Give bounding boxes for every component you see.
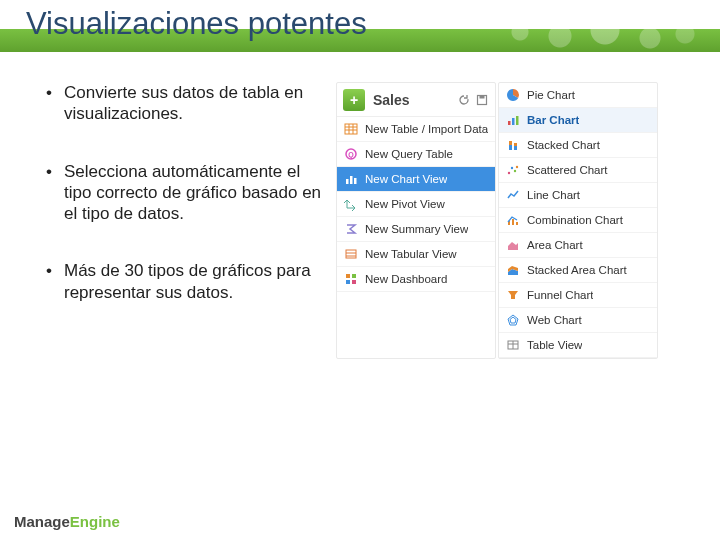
menu-item-new-pivot-view[interactable]: New Pivot View [337, 192, 495, 217]
svg-rect-1 [480, 95, 485, 98]
svg-rect-15 [346, 274, 350, 278]
chart-type-funnel-chart[interactable]: Funnel Chart [499, 283, 657, 308]
svg-rect-23 [509, 141, 512, 145]
bullet-dot: • [46, 260, 64, 303]
chart-type-label: Scattered Chart [527, 164, 608, 176]
menu-item-new-table-import-data[interactable]: New Table / Import Data [337, 117, 495, 142]
bullet-text: Convierte sus datos de tabla en visualiz… [64, 82, 328, 125]
web-chart-icon [505, 312, 521, 328]
query-icon: Q [343, 146, 359, 162]
menu-label: New Pivot View [365, 198, 445, 210]
combination-chart-icon [505, 212, 521, 228]
save-icon[interactable] [475, 93, 489, 107]
bullet-text: Más de 30 tipos de gráficos para represe… [64, 260, 328, 303]
add-button[interactable]: + [343, 89, 365, 111]
menu-item-new-dashboard[interactable]: New Dashboard [337, 267, 495, 292]
svg-point-27 [511, 167, 513, 169]
chart-type-pie-chart[interactable]: Pie Chart [499, 83, 657, 108]
svg-rect-25 [514, 143, 517, 146]
chart-type-label: Stacked Area Chart [527, 264, 627, 276]
ui-panels: + Sales New Table / Import DataQNew Quer… [336, 82, 704, 359]
svg-rect-9 [346, 179, 349, 184]
svg-rect-20 [512, 118, 515, 125]
summary-icon [343, 221, 359, 237]
table-icon [343, 121, 359, 137]
line-chart-icon [505, 187, 521, 203]
chart-type-area-chart[interactable]: Area Chart [499, 233, 657, 258]
dashboard-icon [343, 271, 359, 287]
chart-type-bar-chart[interactable]: Bar Chart [499, 108, 657, 133]
chart-type-stacked-area-chart[interactable]: Stacked Area Chart [499, 258, 657, 283]
svg-rect-19 [508, 121, 511, 125]
svg-point-29 [516, 166, 518, 168]
brand-engine: Engine [70, 513, 120, 530]
chart-type-label: Funnel Chart [527, 289, 593, 301]
menu-item-new-tabular-view[interactable]: New Tabular View [337, 242, 495, 267]
funnel-chart-icon [505, 287, 521, 303]
svg-rect-12 [346, 250, 356, 258]
svg-rect-10 [350, 176, 353, 184]
table-view-icon [505, 337, 521, 353]
bullet-item: •Más de 30 tipos de gráficos para repres… [46, 260, 328, 303]
stacked-chart-icon [505, 137, 521, 153]
chart-type-label: Combination Chart [527, 214, 623, 226]
area-chart-icon [505, 237, 521, 253]
menu-item-new-query-table[interactable]: QNew Query Table [337, 142, 495, 167]
svg-marker-33 [508, 242, 518, 250]
menu-item-new-summary-view[interactable]: New Summary View [337, 217, 495, 242]
chart-type-label: Stacked Chart [527, 139, 600, 151]
svg-point-28 [514, 170, 516, 172]
svg-rect-11 [354, 178, 357, 184]
svg-rect-21 [516, 116, 519, 125]
stacked-area-chart-icon [505, 262, 521, 278]
chart-type-label: Line Chart [527, 189, 580, 201]
panel-title: Sales [373, 92, 453, 108]
bullet-dot: • [46, 82, 64, 125]
menu-label: New Table / Import Data [365, 123, 488, 135]
menu-label: New Query Table [365, 148, 453, 160]
chart-type-label: Bar Chart [527, 114, 579, 126]
svg-rect-31 [512, 219, 514, 225]
content: •Convierte sus datos de tabla en visuali… [0, 52, 720, 359]
scatter-chart-icon [505, 162, 521, 178]
menu-label: New Summary View [365, 223, 468, 235]
svg-marker-36 [508, 291, 518, 299]
header-decoration [440, 0, 720, 52]
chart-type-web-chart[interactable]: Web Chart [499, 308, 657, 333]
svg-rect-2 [345, 124, 357, 134]
tabular-icon [343, 246, 359, 262]
menu-label: New Chart View [365, 173, 447, 185]
pivot-icon [343, 196, 359, 212]
svg-rect-16 [352, 274, 356, 278]
create-header: + Sales [337, 83, 495, 117]
menu-item-new-chart-view[interactable]: New Chart View [337, 167, 495, 192]
chart-type-combination-chart[interactable]: Combination Chart [499, 208, 657, 233]
menu-label: New Dashboard [365, 273, 447, 285]
brand-logo: ManageEngine [14, 513, 120, 530]
bar-chart-icon [505, 112, 521, 128]
chart-type-label: Area Chart [527, 239, 583, 251]
chart-type-table-view[interactable]: Table View [499, 333, 657, 358]
chart-icon [343, 171, 359, 187]
header-band: Visualizaciones potentes [0, 0, 720, 52]
bullet-item: •Convierte sus datos de tabla en visuali… [46, 82, 328, 125]
page-title: Visualizaciones potentes [26, 6, 367, 42]
pie-chart-icon [505, 87, 521, 103]
chart-type-label: Pie Chart [527, 89, 575, 101]
svg-marker-38 [510, 317, 516, 323]
chart-types-panel: Pie ChartBar ChartStacked ChartScattered… [498, 82, 658, 359]
chart-type-label: Table View [527, 339, 582, 351]
chart-type-line-chart[interactable]: Line Chart [499, 183, 657, 208]
refresh-icon[interactable] [457, 93, 471, 107]
bullet-dot: • [46, 161, 64, 225]
bullet-item: •Selecciona automáticamente el tipo corr… [46, 161, 328, 225]
svg-rect-17 [346, 280, 350, 284]
create-panel: + Sales New Table / Import DataQNew Quer… [336, 82, 496, 359]
svg-text:Q: Q [348, 151, 354, 159]
chart-type-scattered-chart[interactable]: Scattered Chart [499, 158, 657, 183]
svg-point-26 [508, 172, 510, 174]
bullet-list: •Convierte sus datos de tabla en visuali… [16, 82, 336, 359]
chart-type-stacked-chart[interactable]: Stacked Chart [499, 133, 657, 158]
svg-rect-18 [352, 280, 356, 284]
brand-manage: Manage [14, 513, 70, 530]
